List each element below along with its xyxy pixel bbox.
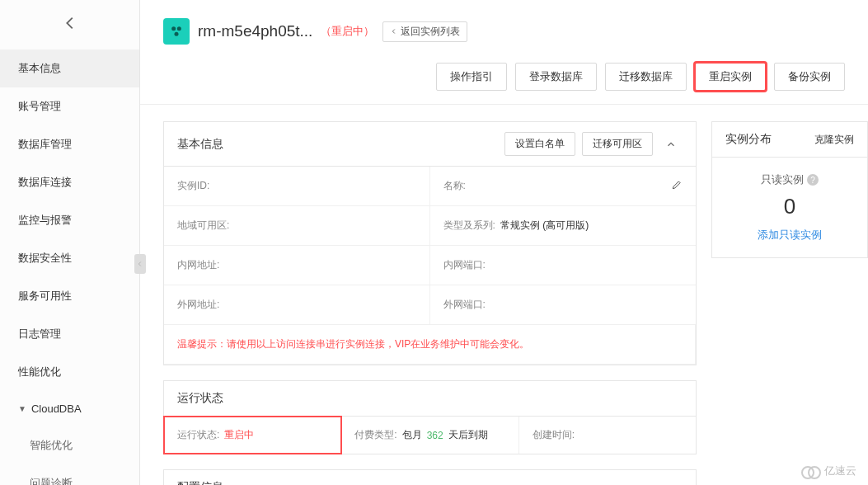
status-value: 重启中 (224, 428, 254, 442)
sidebar-item-label: 智能优化 (30, 438, 73, 453)
back-arrow-icon (61, 14, 79, 35)
sidebar: 基本信息 账号管理 数据库管理 数据库连接 监控与报警 数据安全性 服务可用性 … (0, 0, 140, 485)
config-info-title: 配置信息 (177, 480, 223, 485)
sidebar-collapse-toggle[interactable] (134, 254, 146, 274)
sidebar-item-clouddba[interactable]: ▼ CloudDBA (0, 391, 139, 426)
action-migrate-db-button[interactable]: 迁移数据库 (605, 63, 687, 91)
sidebar-item-label: 日志管理 (18, 327, 61, 341)
watermark-cloud-icon (801, 464, 821, 478)
add-readonly-link[interactable]: 添加只读实例 (720, 228, 859, 242)
basic-info-head: 基本信息 设置白名单 迁移可用区 (164, 122, 696, 167)
config-info-panel: 配置信息 (163, 469, 697, 485)
collapse-panel-button[interactable] (659, 139, 683, 150)
field-extranet-port: 外网端口: (430, 285, 697, 325)
running-status-title: 运行状态 (177, 391, 223, 406)
sidebar-item-basic-info[interactable]: 基本信息 (0, 49, 139, 87)
action-login-db-button[interactable]: 登录数据库 (515, 63, 597, 91)
config-info-head: 配置信息 (164, 470, 696, 485)
clone-instance-button[interactable]: 克隆实例 (814, 133, 854, 147)
field-instance-id: 实例ID: (164, 167, 430, 206)
status-cell-running: 运行状态: 重启中 (164, 417, 341, 454)
header-status: （重启中） (321, 24, 374, 39)
sidebar-item-perf-opt[interactable]: 性能优化 (0, 353, 139, 391)
sidebar-item-label: 性能优化 (18, 365, 61, 379)
field-value: 常规实例 (高可用版) (500, 219, 589, 233)
sidebar-item-monitor-alarm[interactable]: 监控与报警 (0, 201, 139, 239)
right-column: 实例分布 克隆实例 只读实例 ? 0 添加只读实例 (711, 121, 868, 485)
field-label: 外网端口: (443, 298, 486, 312)
field-type-series: 类型及系列: 常规实例 (高可用版) (430, 206, 697, 246)
running-status-panel: 运行状态 运行状态: 重启中 付费类型: 包月 362 天后到期 (163, 380, 697, 454)
field-label: 运行状态: (177, 428, 219, 442)
migrate-zone-button[interactable]: 迁移可用区 (582, 132, 653, 156)
action-bar: 操作指引 登录数据库 迁移数据库 重启实例 备份实例 (140, 58, 868, 105)
left-column: 基本信息 设置白名单 迁移可用区 实例ID: 名称: (163, 121, 697, 485)
sidebar-item-issue-diag[interactable]: 问题诊断 (0, 464, 139, 485)
sidebar-item-smart-opt[interactable]: 智能优化 (0, 426, 139, 464)
sidebar-item-db-conn[interactable]: 数据库连接 (0, 163, 139, 201)
field-label: 创建时间: (533, 428, 575, 442)
svg-point-0 (171, 26, 176, 31)
whitelist-button[interactable]: 设置白名单 (504, 132, 575, 156)
field-intranet-addr: 内网地址: (164, 246, 430, 285)
instance-icon (163, 18, 190, 45)
field-region-az: 地域可用区: (164, 206, 430, 246)
content-area: 基本信息 设置白名单 迁移可用区 实例ID: 名称: (140, 105, 868, 485)
back-to-list-label: 返回实例列表 (401, 25, 460, 39)
basic-info-grid: 实例ID: 名称: 地域可用区: 类型及系列: 常规实例 (高可用版) 内网地址… (164, 167, 696, 365)
sidebar-item-label: 数据库管理 (18, 137, 72, 152)
action-backup-button[interactable]: 备份实例 (774, 63, 845, 91)
field-name: 名称: (430, 167, 697, 206)
watermark-text: 亿速云 (824, 464, 856, 478)
sidebar-item-label: CloudDBA (31, 403, 82, 415)
instance-name: rm-m5e4ph05t... (198, 22, 312, 40)
readonly-count: 0 (720, 194, 859, 219)
caret-down-icon: ▼ (18, 404, 26, 413)
svg-point-1 (177, 26, 181, 31)
sidebar-item-account-mgmt[interactable]: 账号管理 (0, 87, 139, 125)
sidebar-item-label: 问题诊断 (30, 476, 73, 485)
sidebar-item-db-mgmt[interactable]: 数据库管理 (0, 125, 139, 163)
back-to-list-button[interactable]: 返回实例列表 (382, 21, 467, 42)
distribution-title: 实例分布 (725, 132, 772, 147)
field-intranet-port: 内网端口: (430, 246, 697, 285)
expiry-days: 362 (427, 430, 443, 441)
field-label: 内网端口: (443, 258, 486, 272)
main-content: rm-m5e4ph05t... （重启中） 返回实例列表 操作指引 登录数据库 … (140, 0, 868, 485)
basic-info-title: 基本信息 (177, 137, 223, 152)
field-label: 类型及系列: (443, 219, 495, 233)
sidebar-item-label: 数据安全性 (18, 251, 72, 266)
status-cell-billing: 付费类型: 包月 362 天后到期 (341, 417, 518, 454)
field-label: 实例ID: (177, 179, 209, 193)
readonly-label-row: 只读实例 ? (720, 172, 859, 187)
sidebar-item-label: 数据库连接 (18, 175, 72, 190)
basic-info-panel: 基本信息 设置白名单 迁移可用区 实例ID: 名称: (163, 121, 697, 365)
sidebar-item-log-mgmt[interactable]: 日志管理 (0, 315, 139, 353)
sidebar-item-label: 服务可用性 (18, 289, 72, 304)
status-cell-created: 创建时间: (519, 417, 696, 454)
svg-point-2 (175, 32, 179, 36)
sidebar-item-data-security[interactable]: 数据安全性 (0, 239, 139, 277)
distribution-head: 实例分布 克隆实例 (712, 122, 867, 158)
edit-name-icon[interactable] (671, 179, 683, 193)
basic-info-actions: 设置白名单 迁移可用区 (504, 132, 683, 156)
sidebar-item-label: 监控与报警 (18, 213, 72, 228)
field-label: 付费类型: (354, 428, 396, 442)
readonly-block: 只读实例 ? 0 添加只读实例 (712, 158, 867, 257)
action-guide-button[interactable]: 操作指引 (436, 63, 507, 91)
billing-value: 包月 (402, 428, 422, 442)
help-icon[interactable]: ? (807, 174, 819, 186)
sidebar-item-service-avail[interactable]: 服务可用性 (0, 277, 139, 315)
running-status-row: 运行状态: 重启中 付费类型: 包月 362 天后到期 创建时间: (164, 417, 696, 454)
readonly-label: 只读实例 (761, 172, 804, 187)
field-label: 名称: (443, 179, 466, 193)
running-status-head: 运行状态 (164, 381, 696, 417)
field-label: 外网地址: (177, 298, 219, 312)
sidebar-nav: 基本信息 账号管理 数据库管理 数据库连接 监控与报警 数据安全性 服务可用性 … (0, 49, 139, 485)
action-restart-button[interactable]: 重启实例 (695, 63, 766, 91)
field-label: 内网地址: (177, 258, 219, 272)
sidebar-item-label: 账号管理 (18, 99, 61, 114)
field-label: 地域可用区: (177, 219, 229, 233)
field-extranet-addr: 外网地址: (164, 285, 430, 325)
sidebar-back[interactable] (0, 0, 139, 49)
